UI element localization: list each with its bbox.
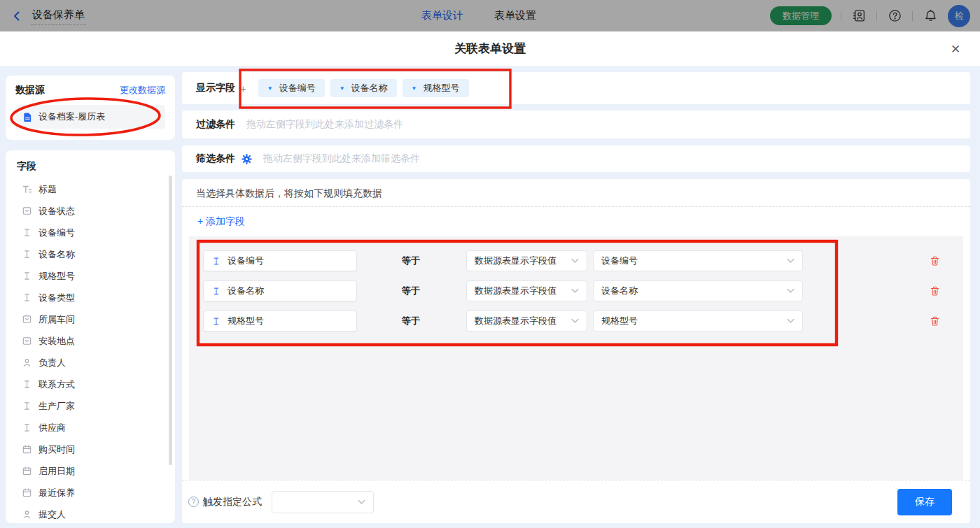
- topbar: 设备保养单 表单设计 表单设置 数据管理: [0, 0, 980, 31]
- field-item[interactable]: 最近保养: [6, 482, 175, 504]
- change-datasource-link[interactable]: 更改数据源: [120, 84, 165, 97]
- field-item-label: 标题: [38, 183, 57, 196]
- document-icon: [22, 112, 33, 122]
- text-field-icon: [21, 271, 32, 282]
- formula-select[interactable]: [272, 491, 374, 513]
- rule-source-field-value: 设备名称: [601, 285, 638, 297]
- field-item[interactable]: 购买时间: [6, 438, 175, 460]
- field-item-label: 所属车间: [38, 313, 75, 326]
- display-field-tags: ▼设备编号▼设备名称▼规格型号: [258, 79, 469, 97]
- field-item-label: 提交人: [38, 508, 66, 521]
- field-item-label: 负责人: [38, 357, 66, 369]
- rule-operator-label: 等于: [402, 315, 466, 327]
- rule-source-type-value: 数据源表显示字段值: [475, 255, 556, 267]
- field-item[interactable]: 负责人: [6, 352, 175, 373]
- rule-row: 设备名称等于数据源表显示字段值设备名称: [203, 280, 949, 301]
- display-field-tag[interactable]: ▼设备名称: [330, 79, 397, 97]
- field-item[interactable]: 供应商: [6, 417, 175, 438]
- caret-down-icon: ▼: [412, 85, 417, 92]
- rule-target-field-label: 设备编号: [227, 255, 264, 267]
- tab-form-design[interactable]: 表单设计: [421, 9, 463, 22]
- field-item[interactable]: 联系方式: [6, 373, 175, 395]
- select-field-icon: [21, 336, 32, 347]
- contacts-icon[interactable]: [850, 8, 867, 24]
- notifications-bell-icon[interactable]: [922, 8, 939, 24]
- screening-label: 筛选条件: [196, 152, 235, 165]
- delete-rule-button[interactable]: [928, 285, 941, 297]
- text-field-icon: [211, 285, 221, 297]
- display-field-tag-label: 规格型号: [424, 82, 460, 94]
- rule-source-type-select[interactable]: 数据源表显示字段值: [466, 280, 587, 301]
- field-item[interactable]: 设备编号: [6, 222, 175, 243]
- add-field-button[interactable]: + 添加字段: [197, 215, 245, 228]
- save-button[interactable]: 保存: [897, 489, 952, 515]
- rule-source-field-select[interactable]: 设备名称: [593, 280, 803, 301]
- gear-icon[interactable]: [241, 153, 252, 164]
- field-item-label: 安装地点: [38, 335, 75, 348]
- datasource-item[interactable]: 设备档案-履历表: [15, 105, 165, 129]
- tab-form-settings[interactable]: 表单设置: [494, 9, 536, 22]
- rule-source-type-value: 数据源表显示字段值: [475, 285, 556, 297]
- field-item[interactable]: 所属车间: [6, 308, 175, 330]
- text-field-icon: [21, 401, 32, 412]
- field-item[interactable]: 启用日期: [6, 460, 175, 482]
- rule-source-field-select[interactable]: 规格型号: [593, 311, 803, 331]
- field-item-label: 生产厂家: [38, 400, 75, 413]
- user-field-icon: [21, 357, 32, 369]
- modal-header: 关联表单设置 ✕: [0, 31, 980, 66]
- rule-operator-label: 等于: [402, 285, 466, 297]
- data-manage-button[interactable]: 数据管理: [770, 6, 832, 25]
- rule-target-field[interactable]: 设备名称: [203, 280, 357, 301]
- field-item[interactable]: 安装地点: [6, 330, 175, 352]
- display-fields-label: 显示字段: [196, 82, 235, 94]
- filter-placeholder: 拖动左侧字段到此处来添加过滤条件: [246, 118, 403, 131]
- filter-label: 过滤条件: [196, 118, 235, 131]
- field-item[interactable]: 提交人: [6, 504, 175, 523]
- app-screen: 设备保养单 表单设计 表单设置 数据管理: [0, 0, 980, 528]
- fields-scrollbar[interactable]: [169, 176, 172, 465]
- rule-source-type-select[interactable]: 数据源表显示字段值: [466, 250, 587, 271]
- field-item[interactable]: 设备名称: [6, 243, 175, 265]
- field-item-label: 设备名称: [38, 248, 75, 261]
- modal-title: 关联表单设置: [454, 41, 526, 57]
- rule-target-field[interactable]: 设备编号: [203, 250, 357, 271]
- help-circle-icon[interactable]: ?: [188, 497, 199, 507]
- screening-condition-row[interactable]: 筛选条件 拖动左侧字段到此处来添加筛选条件: [182, 145, 970, 172]
- text-field-icon: [21, 422, 32, 434]
- chevron-down-icon: [787, 288, 794, 294]
- display-field-tag[interactable]: ▼设备编号: [258, 79, 325, 97]
- delete-rule-button[interactable]: [928, 315, 941, 327]
- field-item[interactable]: 设备类型: [6, 287, 175, 308]
- field-item-label: 设备编号: [38, 227, 75, 239]
- filter-condition-row[interactable]: 过滤条件 拖动左侧字段到此处来添加过滤条件: [182, 110, 970, 138]
- rule-target-field[interactable]: 规格型号: [203, 311, 357, 331]
- back-button[interactable]: [11, 10, 22, 22]
- field-item-label: 启用日期: [38, 465, 75, 478]
- display-field-tag[interactable]: ▼规格型号: [402, 79, 469, 97]
- screening-placeholder: 拖动左侧字段到此处来添加筛选条件: [263, 152, 420, 165]
- text-field-icon: [21, 292, 32, 304]
- field-item[interactable]: 规格型号: [6, 265, 175, 287]
- user-avatar[interactable]: 检: [948, 5, 970, 27]
- close-icon[interactable]: ✕: [948, 41, 963, 57]
- delete-rule-button[interactable]: [928, 255, 941, 267]
- display-field-tag-label: 设备编号: [279, 82, 316, 94]
- topbar-tabs: 表单设计 表单设置: [421, 0, 536, 31]
- datasource-item-label: 设备档案-履历表: [38, 110, 105, 123]
- rule-source-field-select[interactable]: 设备编号: [593, 250, 803, 271]
- text-field-icon: [21, 227, 32, 238]
- rule-source-type-select[interactable]: 数据源表显示字段值: [466, 311, 587, 331]
- field-item[interactable]: 生产厂家: [6, 395, 175, 417]
- rule-source-field-value: 设备编号: [601, 255, 638, 267]
- separator: [876, 11, 877, 21]
- title-field-icon: [21, 184, 32, 195]
- field-item[interactable]: 设备状态: [6, 200, 175, 222]
- display-field-tag-label: 设备名称: [351, 82, 388, 94]
- rule-source-type-value: 数据源表显示字段值: [475, 315, 556, 327]
- field-item-label: 最近保养: [38, 487, 75, 499]
- help-icon[interactable]: [886, 8, 903, 24]
- chevron-down-icon: [787, 318, 794, 324]
- add-display-field-button[interactable]: +: [240, 83, 246, 94]
- field-item[interactable]: 标题: [6, 178, 175, 200]
- form-name[interactable]: 设备保养单: [31, 7, 86, 25]
